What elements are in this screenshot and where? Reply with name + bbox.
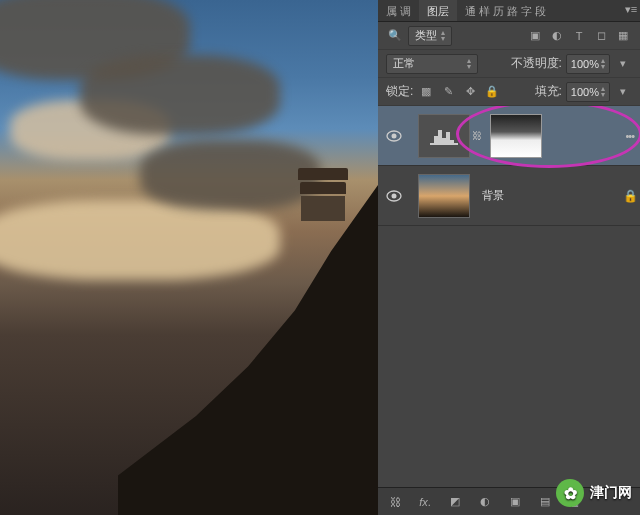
fill-label: 填充: [535, 83, 562, 100]
tab-rest[interactable]: 通 样 历 路 字 段 [457, 0, 554, 21]
filter-shape-icon[interactable]: ◻ [592, 27, 610, 45]
building-silhouette [298, 168, 358, 218]
layer-filter-row: 🔍 类型 ▴▾ ▣ ◐ T ◻ ▦ [378, 22, 640, 50]
layer-mask-thumbnail[interactable] [490, 114, 542, 158]
fx-icon[interactable]: fx. [416, 493, 434, 511]
eye-icon [386, 130, 402, 142]
document-canvas[interactable] [0, 0, 378, 515]
layer-name[interactable]: 背景 [478, 188, 620, 203]
watermark-text: 津门网 [590, 484, 632, 502]
filter-type-dropdown[interactable]: 类型 ▴▾ [408, 26, 452, 46]
filter-smart-icon[interactable]: ▦ [614, 27, 632, 45]
tab-layers[interactable]: 图层 [419, 0, 457, 21]
blend-mode-value: 正常 [393, 56, 415, 71]
panel-menu-icon[interactable]: ▾≡ [622, 0, 640, 18]
fill-value: 100% [571, 86, 599, 98]
lock-label: 锁定: [386, 83, 413, 100]
filter-type-icon[interactable]: T [570, 27, 588, 45]
layers-list: ⛓ ••• 背景 🔒 [378, 106, 640, 487]
visibility-toggle[interactable] [378, 190, 410, 202]
blend-row: 正常 ▴▾ 不透明度: 100% ▴▾ ▾ [378, 50, 640, 78]
adjustment-icon[interactable]: ◐ [476, 493, 494, 511]
filter-adjust-icon[interactable]: ◐ [548, 27, 566, 45]
svg-point-4 [392, 193, 397, 198]
opacity-scrub-icon[interactable]: ▾ [614, 55, 632, 73]
watermark: ✿ 津门网 [556, 479, 632, 507]
new-layer-icon[interactable]: ▤ [536, 493, 554, 511]
dropdown-arrows-icon: ▴▾ [467, 58, 471, 70]
layer-options-icon[interactable]: ••• [625, 130, 634, 142]
dropdown-arrows-icon: ▴▾ [601, 86, 605, 98]
layers-panel: 属 调 图层 通 样 历 路 字 段 ▾≡ 🔍 类型 ▴▾ ▣ ◐ T ◻ ▦ … [378, 0, 640, 515]
opacity-input[interactable]: 100% ▴▾ [566, 54, 610, 74]
dropdown-arrows-icon: ▴▾ [441, 30, 445, 42]
filter-type-label: 类型 [415, 28, 437, 43]
layer-row-background[interactable]: 背景 🔒 [378, 166, 640, 226]
link-icon[interactable]: ⛓ [470, 130, 484, 141]
fill-input[interactable]: 100% ▴▾ [566, 82, 610, 102]
dropdown-arrows-icon: ▴▾ [601, 58, 605, 70]
svg-rect-2 [430, 143, 458, 145]
tab-properties[interactable]: 属 调 [378, 0, 419, 21]
lock-transparent-icon[interactable]: ▩ [417, 83, 435, 101]
lock-all-icon[interactable]: 🔒 [483, 83, 501, 101]
levels-icon [430, 126, 458, 146]
mask-icon[interactable]: ◩ [446, 493, 464, 511]
lock-icon[interactable]: 🔒 [620, 189, 640, 203]
visibility-toggle[interactable] [378, 130, 410, 142]
fill-scrub-icon[interactable]: ▾ [614, 83, 632, 101]
layer-thumbnail[interactable] [418, 174, 470, 218]
group-icon[interactable]: ▣ [506, 493, 524, 511]
layer-row-adjustment[interactable]: ⛓ ••• [378, 106, 640, 166]
link-layers-icon[interactable]: ⛓ [386, 493, 404, 511]
wechat-icon: ✿ [556, 479, 584, 507]
search-icon: 🔍 [386, 27, 404, 45]
opacity-value: 100% [571, 58, 599, 70]
lock-paint-icon[interactable]: ✎ [439, 83, 457, 101]
lock-position-icon[interactable]: ✥ [461, 83, 479, 101]
panel-tabs: 属 调 图层 通 样 历 路 字 段 ▾≡ [378, 0, 640, 22]
svg-point-1 [392, 133, 397, 138]
eye-icon [386, 190, 402, 202]
filter-image-icon[interactable]: ▣ [526, 27, 544, 45]
opacity-label: 不透明度: [511, 55, 562, 72]
blend-mode-dropdown[interactable]: 正常 ▴▾ [386, 54, 478, 74]
lock-row: 锁定: ▩ ✎ ✥ 🔒 填充: 100% ▴▾ ▾ [378, 78, 640, 106]
adjustment-thumbnail[interactable] [418, 114, 470, 158]
